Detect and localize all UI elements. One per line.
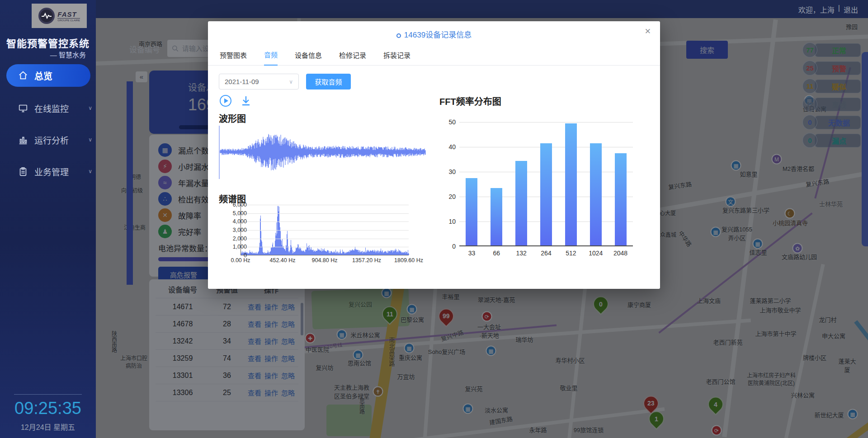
clock-divider	[14, 394, 82, 395]
logo-brand-sub: GROUPE CLAIRE	[57, 18, 80, 22]
spectrum-ytick: 4,000	[233, 218, 247, 225]
spectrum-ytick: 5,000	[233, 210, 247, 217]
fft-title: FFT频率分布图	[439, 94, 501, 108]
topbar: 欢迎，上海 | 退出	[96, 0, 868, 18]
spectrum-ytick: 3,000	[233, 227, 247, 233]
tab-device-info[interactable]: 设备信息	[295, 50, 322, 65]
close-icon[interactable]: ✕	[645, 27, 651, 36]
fft-bar-1024	[590, 143, 602, 245]
sidebar-item-label: 在线监控	[34, 102, 69, 114]
fft-xtick: 1024	[589, 250, 603, 257]
clock-date: 12月24日 星期五	[0, 421, 96, 432]
gridline	[241, 247, 409, 247]
gridline	[241, 239, 409, 239]
app-subtitle: — 智慧水务	[50, 50, 86, 59]
fft-ytick: 50	[448, 118, 456, 126]
spectrum-xtick: 904.80 Hz	[312, 257, 338, 264]
fft-xtick: 264	[541, 250, 551, 257]
app-title: 智能预警管控系统	[0, 35, 96, 50]
fft-ytick: 10	[448, 218, 456, 225]
spectrum-ytick: 2,000	[233, 235, 247, 242]
fft-xtick: 2048	[613, 250, 627, 257]
logout-link[interactable]: 退出	[844, 4, 858, 15]
welcome-separator: |	[838, 4, 840, 15]
spectrum-ytick: 6,000	[233, 202, 247, 208]
sidebar-item-analysis[interactable]: 运行分析 ∨	[18, 134, 90, 146]
fft-ytick: 20	[448, 193, 456, 200]
fft-xtick: 33	[468, 250, 476, 257]
fft-ytick: 40	[448, 143, 456, 151]
clipboard-icon	[18, 167, 28, 177]
gridline	[241, 230, 409, 231]
fft-bar-264	[540, 143, 552, 245]
fft-bar-chart: 01020304050	[459, 122, 633, 246]
play-audio-icon[interactable]	[219, 94, 232, 107]
fetch-audio-button[interactable]: 获取音频	[306, 74, 351, 89]
spectrum-xtick: 1357.20 Hz	[352, 257, 381, 264]
fft-bar-512	[565, 123, 577, 245]
fft-bar-132	[515, 161, 527, 245]
spectrum-ytick: 1,000	[233, 244, 247, 250]
spectrum-xtick: 452.40 Hz	[270, 257, 296, 264]
tab-repair-record[interactable]: 检修记录	[339, 50, 366, 65]
fft-bar-2048	[615, 153, 627, 245]
fft-ytick: 0	[452, 243, 456, 250]
sidebar-item-label: 总览	[34, 69, 52, 82]
logo-brand: FAST	[57, 10, 80, 18]
fft-xtick: 132	[516, 250, 526, 257]
sidebar-item-label: 运行分析	[34, 134, 69, 146]
gridline	[459, 122, 633, 122]
date-select[interactable]: 2021-11-09 ∨	[219, 74, 299, 89]
monitor-icon	[18, 104, 28, 113]
home-icon	[18, 71, 28, 80]
chevron-down-icon: ∨	[289, 79, 293, 85]
clock-time: 09:25:35	[0, 399, 96, 418]
chevron-down-icon: ∨	[88, 105, 92, 111]
welcome-text: 欢迎，上海	[798, 4, 835, 15]
spectrum-xtick: 0.00 Hz	[231, 257, 250, 264]
sidebar-item-overview[interactable]: 总览	[6, 64, 90, 87]
fft-xtick: 66	[493, 250, 500, 257]
fft-ytick: 30	[448, 168, 456, 175]
chevron-down-icon: ∨	[88, 168, 92, 174]
sidebar: FAST GROUPE CLAIRE 智能预警管控系统 — 智慧水务 总览 在线…	[0, 0, 96, 438]
waveform-chart	[219, 126, 427, 181]
download-audio-icon[interactable]	[240, 94, 252, 107]
gridline	[241, 205, 409, 205]
spectrum-xtick: 1809.60 Hz	[394, 257, 423, 264]
device-record-modal: 14639设备记录信息 ✕ 预警图表 音频 设备信息 检修记录 拆装记录 202…	[208, 21, 660, 289]
waveform-title: 波形图	[219, 112, 246, 125]
tab-warning-chart[interactable]: 预警图表	[220, 50, 247, 65]
fft-bar-66	[491, 188, 502, 245]
logo-waveform-icon	[38, 8, 55, 24]
modal-title: 14639设备记录信息	[208, 28, 660, 40]
sidebar-item-online-monitor[interactable]: 在线监控 ∨	[18, 102, 90, 114]
modal-tabs: 预警图表 音频 设备信息 检修记录 拆装记录	[208, 48, 660, 66]
sidebar-item-business[interactable]: 业务管理 ∨	[18, 165, 90, 178]
fft-bar-33	[466, 178, 477, 245]
tab-audio[interactable]: 音频	[264, 50, 278, 66]
gridline	[241, 213, 409, 214]
tab-disassembly-record[interactable]: 拆装记录	[383, 50, 410, 65]
app-logo: FAST GROUPE CLAIRE	[32, 4, 87, 28]
gridline	[241, 221, 409, 222]
fft-xtick: 512	[566, 250, 576, 257]
sidebar-item-label: 业务管理	[34, 165, 69, 178]
record-dot-icon	[396, 33, 401, 38]
chevron-down-icon: ∨	[88, 137, 92, 143]
bar-chart-icon	[18, 135, 28, 145]
